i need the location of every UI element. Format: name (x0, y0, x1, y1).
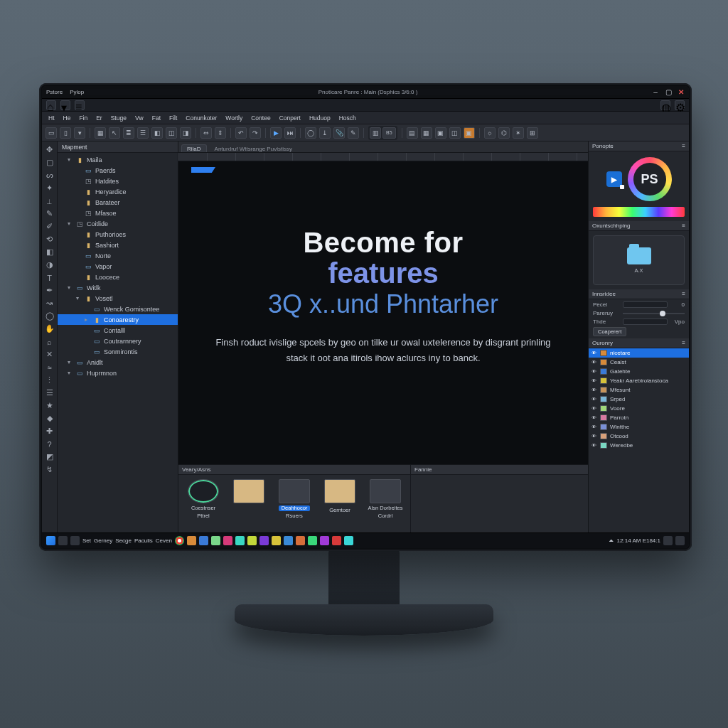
tb-label-2[interactable]: Gerney (94, 537, 112, 544)
menu-fat[interactable]: Fat (149, 114, 164, 122)
visibility-icon[interactable]: 👁 (592, 406, 597, 411)
tray-network-icon[interactable]: ⏶ (609, 537, 614, 544)
tree-item[interactable]: ▭Norte (58, 250, 178, 261)
distribute-v-icon[interactable]: ⇕ (215, 127, 226, 139)
misc-f-icon[interactable]: ◆ (44, 413, 55, 424)
layer-item[interactable]: 👁Parrotn (589, 413, 689, 422)
asset-thumb[interactable]: Gerntoer (321, 479, 359, 513)
layout-label[interactable]: B5 (382, 127, 396, 139)
ext-3-icon[interactable]: ✶ (513, 127, 524, 139)
tree-item[interactable]: ◳Hatdites (58, 176, 178, 186)
tree-item[interactable]: ▾▭Anidlt (58, 357, 178, 368)
tree-item[interactable]: ▭Contalll (58, 325, 178, 336)
chrome-icon[interactable] (175, 536, 184, 545)
layer-item[interactable]: 👁Wintthe (589, 422, 689, 432)
layer-item[interactable]: 👁Otcood (589, 432, 689, 441)
opacity-slider[interactable] (623, 313, 685, 314)
taskbar-app-icon[interactable] (308, 536, 317, 545)
ext-4-icon[interactable]: ⊞ (527, 127, 538, 139)
align-right-icon[interactable]: ◨ (180, 127, 191, 139)
panel-menu-icon[interactable]: ≡ (682, 291, 685, 297)
home-icon[interactable]: ⌂ (46, 100, 56, 110)
tb-label-3[interactable]: Secge (115, 537, 132, 544)
spectrum-slider[interactable] (593, 207, 685, 217)
visibility-icon[interactable]: 👁 (592, 415, 597, 420)
move-tool-icon[interactable]: ✥ (44, 144, 55, 155)
panel-2-icon[interactable]: ▦ (421, 127, 432, 139)
taskbar-app-icon[interactable] (284, 536, 293, 545)
clone-tool-icon[interactable]: ⟲ (44, 234, 55, 245)
path-tool-icon[interactable]: ↝ (44, 298, 55, 309)
file-icon[interactable]: ▭ (46, 127, 57, 139)
visibility-icon[interactable]: 👁 (592, 369, 597, 374)
misc-a-icon[interactable]: ✕ (44, 349, 55, 360)
step-icon[interactable]: ⏭ (284, 127, 296, 139)
gradient-tool-icon[interactable]: ◑ (44, 259, 55, 270)
rows-icon[interactable]: ≣ (123, 127, 134, 139)
panel-3-icon[interactable]: ▣ (435, 127, 446, 139)
visibility-icon[interactable]: 👁 (592, 387, 597, 392)
taskbar-app-icon[interactable] (344, 536, 353, 545)
ext-1-icon[interactable]: ☼ (484, 127, 496, 139)
misc-d-icon[interactable]: ☰ (44, 387, 55, 398)
minimize-button[interactable]: – (652, 89, 659, 96)
tree-item[interactable]: ▾◳Coitlide (58, 218, 178, 229)
taskbar-app-icon[interactable] (247, 536, 257, 545)
panel-menu-icon[interactable]: ≡ (682, 223, 685, 229)
text-tool-icon[interactable]: T (44, 272, 55, 283)
taskview-icon[interactable] (70, 536, 80, 545)
zoom-tool-icon[interactable]: ⌕ (44, 336, 55, 347)
globe-icon[interactable]: ◍ (660, 100, 670, 110)
download-icon[interactable]: ⤓ (319, 127, 331, 139)
taskbar-app-icon[interactable] (320, 536, 329, 545)
misc-j-icon[interactable]: ↯ (44, 464, 55, 475)
menu-stuge[interactable]: Stuge (107, 114, 130, 122)
layer-item[interactable]: 👁Gatehte (589, 367, 689, 376)
menu-fin[interactable]: Fin (75, 114, 91, 122)
prop-input[interactable] (623, 318, 668, 325)
panel-menu-icon[interactable]: ≡ (682, 143, 685, 149)
distribute-h-icon[interactable]: ⇔ (200, 127, 212, 139)
tb-label-1[interactable]: Set (82, 537, 91, 544)
apply-button[interactable]: Coaperert (593, 327, 626, 336)
hand-tool-icon[interactable]: ✋ (44, 323, 55, 334)
panel-menu-icon[interactable]: ≡ (682, 340, 685, 346)
tree-item[interactable]: ▸▮Conoarestry (58, 314, 178, 325)
layout-a-icon[interactable]: ▥ (370, 127, 381, 139)
layer-item[interactable]: 👁Mfesunt (589, 385, 689, 395)
visibility-icon[interactable]: 👁 (592, 424, 597, 429)
clock[interactable]: 12:14 AM E184:1 (617, 537, 660, 544)
tree-item[interactable]: ▾▮Maila (58, 154, 178, 165)
tree-item[interactable]: ▾▮Vosetl (58, 293, 178, 304)
menu-he[interactable]: He (60, 114, 75, 122)
crop-tool-icon[interactable]: ⟂ (44, 196, 55, 206)
tree-item[interactable]: ◳Mfasoe (58, 208, 178, 218)
taskbar-app-icon[interactable] (332, 536, 341, 545)
tree-item[interactable]: ▮Heryardice (58, 186, 178, 197)
visibility-icon[interactable]: 👁 (592, 350, 597, 355)
drop-zone[interactable]: A.X (593, 235, 685, 285)
tray-2-icon[interactable] (675, 536, 685, 545)
panel-4-icon[interactable]: ◫ (449, 127, 461, 139)
play-icon[interactable]: ▶ (270, 127, 282, 139)
tree-item[interactable]: ▭Coutrarnnery (58, 336, 178, 346)
canvas[interactable]: Become for features 3Q x..und Phntarher … (178, 161, 588, 464)
start-button-icon[interactable] (46, 536, 55, 545)
pointer-icon[interactable]: ↖ (109, 127, 120, 139)
misc-h-icon[interactable]: ? (44, 439, 55, 449)
attach-icon[interactable]: 📎 (333, 127, 345, 139)
menu-conunkoter[interactable]: Conunkoter (182, 114, 220, 122)
undo-icon[interactable]: ↶ (235, 127, 247, 139)
tree-item[interactable]: ▾▭Witlk (58, 282, 178, 293)
layer-item[interactable]: 👁Srped (589, 395, 689, 404)
visibility-icon[interactable]: 👁 (592, 378, 597, 383)
lasso-tool-icon[interactable]: ᔕ (44, 170, 55, 181)
asset-thumb[interactable] (230, 479, 268, 508)
eyedropper-icon[interactable]: ✎ (44, 208, 55, 219)
eraser-tool-icon[interactable]: ◧ (44, 247, 55, 257)
tree-item[interactable]: ▭Vapor (58, 261, 178, 272)
badge-icon[interactable]: ▣ (464, 127, 475, 139)
maximize-button[interactable]: ▢ (665, 89, 672, 96)
tree-item[interactable]: ▮Sashiort (58, 240, 178, 250)
visibility-icon[interactable]: 👁 (592, 397, 597, 402)
